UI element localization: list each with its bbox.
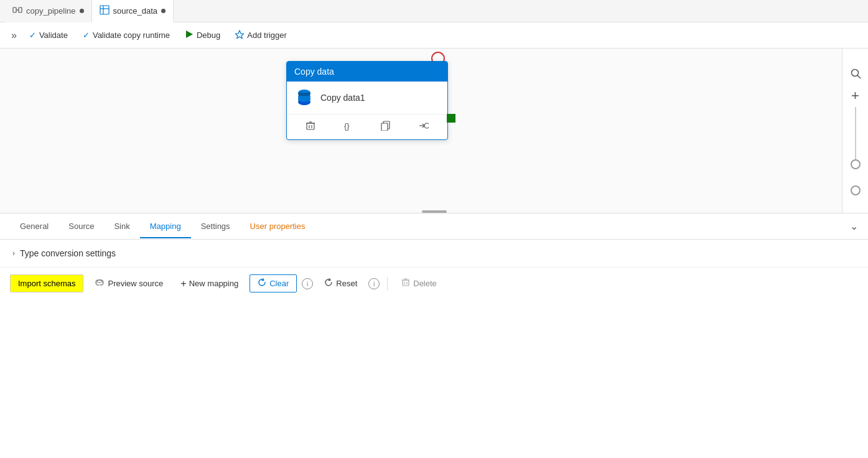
search-zoom-button[interactable]: [844, 62, 867, 85]
svg-marker-6: [186, 30, 193, 38]
copy-card-button[interactable]: [376, 118, 396, 136]
add-trigger-button[interactable]: Add trigger: [229, 27, 293, 43]
svg-point-20: [851, 70, 858, 77]
reset-info-icon[interactable]: i: [368, 278, 380, 289]
import-schemas-button[interactable]: Import schemas: [10, 274, 83, 292]
copy-card-actions: {}: [287, 114, 447, 139]
type-conversion-label: Type conversion settings: [20, 248, 116, 258]
svg-rect-23: [403, 280, 409, 286]
zoom-slider[interactable]: [855, 107, 856, 182]
svg-point-18: [424, 123, 429, 128]
validate-check-icon: ✓: [29, 30, 36, 40]
toolbar-separator: [387, 277, 388, 291]
svg-rect-3: [100, 6, 109, 14]
resize-handle[interactable]: [422, 210, 447, 213]
tab-pipeline-label: copy_pipeline: [26, 6, 76, 16]
tab-sourcedata-label: source_data: [113, 6, 158, 16]
copy-card-header: Copy data: [287, 62, 447, 82]
plus-icon: +: [180, 278, 186, 289]
clear-info-icon[interactable]: i: [302, 278, 313, 289]
svg-rect-1: [19, 7, 22, 12]
pipeline-icon: [12, 5, 22, 17]
tab-general[interactable]: General: [10, 215, 58, 238]
tabs-left: General Source Sink Mapping Settings Use…: [10, 215, 315, 238]
navigate-card-button[interactable]: [414, 118, 434, 136]
copy-data-card[interactable]: Copy data Copy data1: [286, 61, 448, 140]
delete-card-button[interactable]: [301, 118, 320, 136]
reset-refresh-icon: [324, 278, 333, 289]
copy-card-name: Copy data1: [320, 93, 365, 103]
debug-play-icon: [185, 30, 194, 40]
zoom-thumb-bottom: [851, 185, 861, 195]
svg-text:{}: {}: [344, 121, 350, 131]
tab-pipeline-dot: [80, 9, 84, 13]
trigger-icon: [235, 30, 244, 40]
zoom-controls: +: [842, 49, 868, 213]
link-icon: [95, 278, 105, 289]
copy-data-icon: [294, 88, 314, 108]
bottom-panel: General Source Sink Mapping Settings Use…: [0, 213, 868, 299]
tab-settings[interactable]: Settings: [191, 215, 240, 238]
tab-source-data[interactable]: source_data: [92, 0, 174, 22]
svg-line-21: [857, 75, 861, 78]
tab-sink[interactable]: Sink: [104, 215, 139, 238]
svg-point-9: [298, 96, 310, 102]
copy-card-body: Copy data1: [287, 82, 447, 114]
svg-rect-17: [381, 123, 388, 131]
collapse-panel-button[interactable]: ⌄: [850, 220, 858, 232]
tab-bar: copy_pipeline source_data: [0, 0, 868, 22]
validate-copy-button[interactable]: ✓ Validate copy runtime: [77, 28, 176, 42]
validate-copy-icon: ✓: [83, 30, 90, 40]
zoom-in-button[interactable]: +: [844, 85, 867, 107]
svg-rect-0: [13, 7, 16, 12]
preview-source-button[interactable]: Preview source: [88, 274, 169, 293]
code-card-button[interactable]: {}: [338, 118, 358, 136]
delete-mapping-button[interactable]: Delete: [395, 274, 443, 292]
debug-button[interactable]: Debug: [179, 27, 226, 43]
tab-user-properties[interactable]: User properties: [240, 215, 315, 238]
new-mapping-button[interactable]: + New mapping: [174, 274, 245, 293]
tab-sourcedata-dot: [161, 9, 166, 13]
validate-button[interactable]: ✓ Validate: [23, 28, 74, 42]
green-connector-dot: [447, 114, 455, 123]
type-conversion-expand[interactable]: ›: [12, 249, 15, 258]
canvas-area: Copy data Copy data1: [0, 49, 868, 213]
tab-source[interactable]: Source: [58, 215, 104, 238]
clear-button[interactable]: Clear: [250, 274, 297, 292]
tab-mapping[interactable]: Mapping: [140, 215, 191, 238]
delete-trash-icon: [401, 278, 410, 289]
bottom-tabs-nav: General Source Sink Mapping Settings Use…: [0, 213, 868, 240]
reset-button[interactable]: Reset: [318, 274, 363, 292]
svg-rect-10: [307, 123, 314, 129]
chevron-expand[interactable]: »: [7, 27, 21, 44]
main-toolbar: » ✓ Validate ✓ Validate copy runtime Deb…: [0, 22, 868, 49]
type-conversion-section: › Type conversion settings: [0, 240, 868, 268]
mapping-toolbar: Import schemas Preview source + New mapp…: [0, 268, 868, 299]
clear-refresh-icon: [258, 278, 266, 289]
tab-copy-pipeline[interactable]: copy_pipeline: [5, 0, 92, 22]
table-icon: [100, 5, 110, 17]
